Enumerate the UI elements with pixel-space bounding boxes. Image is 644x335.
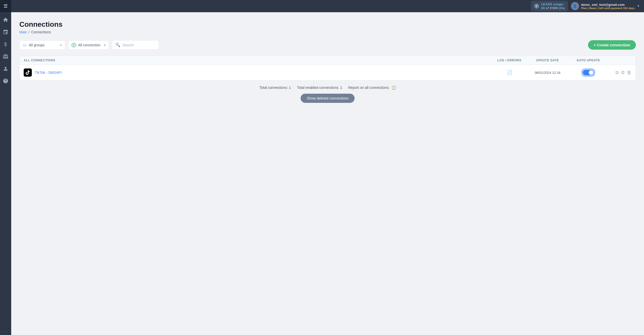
- user-menu[interactable]: 👤 demo_sml_test@gmail.com Plan | Basic |…: [571, 2, 640, 10]
- log-icon[interactable]: 📄: [507, 70, 512, 75]
- breadcrumb: Main / Connections: [19, 30, 636, 34]
- avatar: 👤: [571, 2, 579, 10]
- leads-pct: (1%): [559, 7, 565, 10]
- total-enabled-connections: Total enabled connections: 1: [297, 86, 342, 90]
- create-connection-button[interactable]: + Create connection: [588, 40, 636, 50]
- breadcrumb-main-link[interactable]: Main: [19, 30, 27, 34]
- topbar: i LEADS usage: 69 of 5'000 (1%) 👤 demo_s…: [11, 0, 644, 12]
- copy-icon[interactable]: ⧉: [615, 70, 619, 75]
- info-icon: i: [534, 4, 539, 9]
- col-header-log: LOG / ERRORS: [494, 59, 525, 62]
- col-log-val: 📄: [494, 70, 525, 75]
- main-wrapper: i LEADS usage: 69 of 5'000 (1%) 👤 demo_s…: [11, 0, 644, 335]
- breadcrumb-separator: /: [29, 30, 30, 34]
- content-area: Connections Main / Connections 🗂 All gro…: [11, 12, 644, 335]
- user-plan: Plan | Basic | left until payment 153 da…: [581, 7, 635, 10]
- sidebar: ☰: [0, 0, 11, 335]
- delete-icon[interactable]: 🗑: [627, 70, 632, 75]
- page-title: Connections: [19, 20, 636, 29]
- connection-name-link[interactable]: TikTok - SMSAPI: [35, 71, 62, 75]
- chevron-down-icon: ▼: [637, 4, 640, 8]
- col-header-update: UPDATE DATE: [525, 59, 570, 62]
- settings-icon[interactable]: ⚙: [621, 70, 625, 75]
- show-deleted-section: Show deleted connections: [19, 94, 636, 103]
- toggle-slider: [583, 70, 594, 75]
- play-icon: [72, 43, 76, 47]
- leads-usage-text: LEADS usage: 69 of 5'000 (1%): [541, 2, 565, 10]
- report-label: Report on all connections: 📋: [348, 86, 396, 90]
- search-icon: 🔍: [115, 43, 120, 47]
- user-email: demo_sml_test@gmail.com: [581, 3, 635, 7]
- col-update-val: 08/01/2024 12:18: [525, 71, 570, 75]
- sidebar-item-home[interactable]: [0, 14, 11, 25]
- hamburger-icon: ☰: [4, 3, 8, 9]
- leads-used: 69: [541, 6, 545, 10]
- leads-total: 5'000: [550, 6, 558, 10]
- leads-label: LEADS usage:: [541, 2, 564, 6]
- sidebar-toggle[interactable]: ☰: [0, 0, 11, 12]
- auto-update-toggle[interactable]: [583, 70, 594, 75]
- breadcrumb-current: Connections: [31, 30, 51, 34]
- col-header-auto: AUTO UPDATE: [570, 59, 606, 62]
- search-input-wrapper: 🔍: [112, 40, 159, 50]
- col-actions-val: ⧉ ⚙ 🗑: [606, 70, 632, 75]
- folder-icon: 🗂: [23, 43, 27, 47]
- col-header-name: ALL CONNECTIONS: [24, 59, 494, 62]
- report-icon[interactable]: 📋: [391, 86, 396, 90]
- sidebar-item-profile[interactable]: [0, 63, 11, 74]
- leads-usage-button[interactable]: i LEADS usage: 69 of 5'000 (1%): [531, 1, 568, 11]
- connection-icon: [24, 68, 32, 77]
- total-connections: Total connections: 1: [259, 86, 291, 90]
- search-input[interactable]: [122, 43, 156, 47]
- sidebar-item-integrations[interactable]: [0, 51, 11, 62]
- sidebar-item-help[interactable]: [0, 75, 11, 87]
- table-row: TikTok - SMSAPI 📄 08/01/2024 12:18 ⧉: [20, 65, 636, 80]
- user-info: demo_sml_test@gmail.com Plan | Basic | l…: [581, 3, 635, 10]
- table-header: ALL CONNECTIONS LOG / ERRORS UPDATE DATE…: [20, 56, 636, 65]
- connection-label: All connection: [78, 43, 100, 47]
- groups-dropdown[interactable]: 🗂 All groups ▾: [19, 40, 65, 50]
- col-auto-val: [570, 69, 606, 76]
- show-deleted-button[interactable]: Show deleted connections: [301, 94, 354, 103]
- chevron-down-icon: ▾: [60, 43, 62, 47]
- connections-table: ALL CONNECTIONS LOG / ERRORS UPDATE DATE…: [19, 56, 636, 80]
- filter-bar: 🗂 All groups ▾ All connection ▾ 🔍 + Crea…: [19, 40, 636, 50]
- chevron-down-icon: ▾: [104, 43, 106, 47]
- sidebar-item-billing[interactable]: [0, 39, 11, 50]
- sidebar-nav: [0, 12, 11, 87]
- connection-type-dropdown[interactable]: All connection ▾: [68, 40, 109, 50]
- footer-info: Total connections: 1 Total enabled conne…: [19, 86, 636, 90]
- auto-update-toggle-wrapper: [582, 69, 595, 76]
- sidebar-item-connections[interactable]: [0, 26, 11, 38]
- groups-label: All groups: [29, 43, 45, 47]
